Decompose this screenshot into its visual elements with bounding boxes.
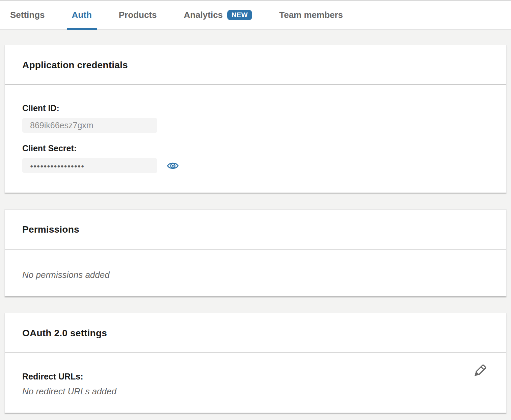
- client-secret-label: Client Secret:: [22, 144, 489, 153]
- edit-redirect-urls-button[interactable]: [472, 363, 488, 379]
- eye-icon: [167, 161, 179, 170]
- application-credentials-card: Application credentials Client ID: 869ik…: [4, 45, 507, 193]
- tab-bar: Settings Auth Products Analytics NEW Tea…: [0, 0, 511, 30]
- tab-auth-label: Auth: [72, 10, 92, 20]
- tab-products-label: Products: [119, 10, 157, 20]
- auth-page: Application credentials Client ID: 869ik…: [0, 30, 511, 413]
- application-credentials-body: Client ID: 869ik66esz7gxm Client Secret:…: [5, 85, 506, 192]
- permissions-header: Permissions: [5, 210, 506, 250]
- redirect-urls-empty-text: No redirect URLs added: [22, 386, 489, 396]
- application-credentials-title: Application credentials: [22, 59, 489, 71]
- permissions-empty-text: No permissions added: [22, 270, 489, 280]
- tab-auth[interactable]: Auth: [67, 1, 97, 29]
- client-id-field[interactable]: 869ik66esz7gxm: [22, 118, 157, 133]
- pencil-icon: [472, 363, 488, 379]
- oauth-settings-card: OAuth 2.0 settings Redirect URLs: No red…: [4, 313, 507, 413]
- tab-products[interactable]: Products: [114, 1, 162, 29]
- tab-analytics[interactable]: Analytics NEW: [179, 1, 257, 29]
- new-badge: NEW: [227, 10, 252, 20]
- client-secret-field[interactable]: ●●●●●●●●●●●●●●●●: [22, 158, 157, 173]
- oauth-settings-body: Redirect URLs: No redirect URLs added: [5, 353, 506, 413]
- tab-settings-label: Settings: [10, 10, 45, 20]
- client-secret-row: ●●●●●●●●●●●●●●●●: [22, 158, 489, 173]
- permissions-body: No permissions added: [5, 250, 506, 296]
- tab-team-members-label: Team members: [279, 10, 343, 20]
- permissions-card: Permissions No permissions added: [4, 209, 507, 296]
- permissions-title: Permissions: [22, 224, 489, 235]
- client-id-label: Client ID:: [22, 104, 489, 112]
- show-secret-button[interactable]: [167, 161, 179, 170]
- client-secret-masked-value: ●●●●●●●●●●●●●●●●: [30, 163, 84, 168]
- tab-team-members[interactable]: Team members: [274, 1, 348, 29]
- redirect-urls-label: Redirect URLs:: [22, 371, 489, 382]
- tab-settings[interactable]: Settings: [5, 1, 50, 29]
- application-credentials-header: Application credentials: [5, 45, 506, 85]
- oauth-settings-header: OAuth 2.0 settings: [5, 313, 506, 353]
- tab-analytics-label: Analytics: [184, 10, 223, 20]
- client-id-value: 869ik66esz7gxm: [30, 121, 93, 130]
- oauth-settings-title: OAuth 2.0 settings: [22, 327, 489, 339]
